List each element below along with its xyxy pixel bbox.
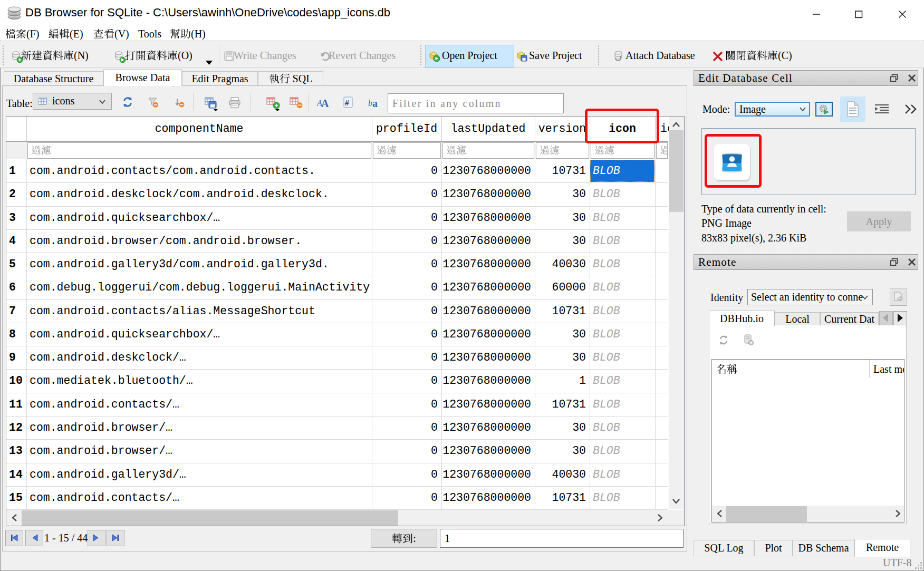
svg-text:b: b bbox=[368, 99, 372, 108]
svg-text:#: # bbox=[345, 99, 349, 107]
svg-text:a: a bbox=[372, 98, 378, 109]
svg-text:A: A bbox=[321, 98, 329, 109]
